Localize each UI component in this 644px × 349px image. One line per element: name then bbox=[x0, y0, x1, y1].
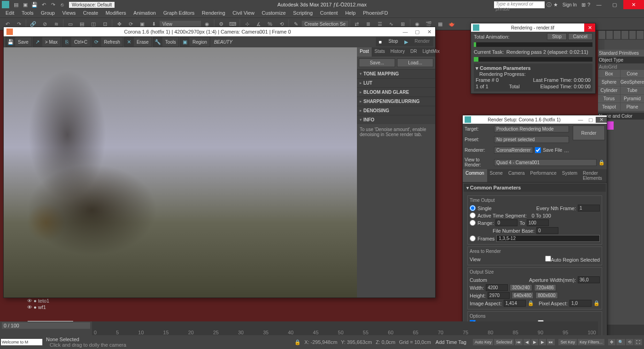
save-icon[interactable]: 💾 bbox=[6, 37, 15, 46]
tab-lightmix[interactable]: LightMix bbox=[420, 47, 442, 57]
playback-prev-icon[interactable]: ◀ bbox=[523, 339, 530, 345]
time-tag[interactable]: Add Time Tag bbox=[436, 339, 466, 345]
help-icon[interactable]: ? bbox=[587, 2, 590, 7]
frames-input[interactable] bbox=[496, 235, 600, 242]
tab-history[interactable]: History bbox=[388, 47, 408, 57]
prim-geosphere[interactable]: GeoSphere bbox=[621, 78, 644, 86]
tab-stats[interactable]: Stats bbox=[372, 47, 388, 57]
search-input[interactable]: Type a keyword or phrase bbox=[494, 1, 545, 8]
atr-dropdown[interactable]: View bbox=[470, 257, 502, 262]
tab-create[interactable] bbox=[598, 30, 606, 40]
menu-grapheditors[interactable]: Graph Editors bbox=[160, 9, 198, 17]
keyfilters-button[interactable]: Key Filters... bbox=[578, 339, 604, 345]
range-to[interactable]: 100 bbox=[527, 219, 549, 226]
renderer-dropdown[interactable]: CoronaRenderer bbox=[494, 147, 533, 154]
tab-performance[interactable]: Performance bbox=[528, 169, 559, 182]
star-icon[interactable]: ★ bbox=[553, 2, 558, 8]
menu-create[interactable]: Create bbox=[79, 9, 102, 17]
prim-teapot[interactable]: Teapot bbox=[598, 103, 620, 111]
refresh-button[interactable]: Refresh bbox=[101, 38, 123, 46]
ia-lock-icon[interactable]: 🔒 bbox=[528, 300, 534, 306]
savefile-checkbox[interactable] bbox=[535, 147, 541, 153]
radio-range[interactable] bbox=[470, 220, 476, 226]
stop-button[interactable]: Stop bbox=[385, 37, 402, 46]
coord-x[interactable]: X: -295,948cm bbox=[305, 339, 338, 345]
cp-header[interactable]: ▾ Common Parameters bbox=[476, 65, 591, 71]
tab-common[interactable]: Common bbox=[463, 169, 487, 182]
minimize-button[interactable]: — bbox=[592, 0, 606, 9]
subtab-sys[interactable] bbox=[638, 40, 644, 50]
playback-end-icon[interactable]: ⏭ bbox=[547, 339, 555, 345]
render-icon[interactable]: 🫖 bbox=[446, 18, 457, 29]
subtab-shapes[interactable] bbox=[604, 40, 611, 50]
vfb-minimize[interactable]: — bbox=[399, 29, 411, 34]
exchange-icon[interactable]: ⊞ bbox=[581, 2, 586, 8]
copy-icon[interactable]: ⎘ bbox=[62, 37, 71, 46]
render-frame-icon[interactable]: ▦ bbox=[435, 18, 446, 29]
tab-hierarchy[interactable] bbox=[613, 30, 621, 40]
preset-640[interactable]: 640x480 bbox=[512, 292, 534, 299]
stop-icon[interactable]: ■ bbox=[376, 37, 385, 46]
every-nth-spinner[interactable]: 1 bbox=[578, 205, 600, 212]
undo-icon[interactable]: ↶ bbox=[40, 1, 48, 8]
region-button[interactable]: Region bbox=[190, 38, 210, 46]
prim-plane[interactable]: Plane bbox=[621, 103, 644, 111]
menu-group[interactable]: Group bbox=[37, 9, 59, 17]
tab-motion[interactable] bbox=[621, 30, 629, 40]
close-button[interactable]: ✕ bbox=[596, 117, 607, 123]
ars-checkbox[interactable] bbox=[545, 256, 551, 262]
menu-help[interactable]: Help bbox=[341, 9, 359, 17]
lock-icon[interactable]: 🔒 bbox=[598, 160, 605, 166]
tomax-button[interactable]: > Max bbox=[42, 38, 61, 46]
new-icon[interactable]: ▤ bbox=[12, 1, 20, 8]
menu-civilview[interactable]: Civil View bbox=[229, 9, 258, 17]
menu-animation[interactable]: Animation bbox=[130, 9, 160, 17]
maxscript-listener[interactable]: Welcome to M bbox=[1, 339, 42, 345]
pa-lock-icon[interactable]: 🔒 bbox=[593, 300, 600, 306]
nav-max-icon[interactable]: ⛶ bbox=[634, 339, 642, 345]
prim-tube[interactable]: Tube bbox=[621, 86, 644, 94]
playback-play-icon[interactable]: ▶ bbox=[531, 339, 538, 345]
scene-item[interactable]: 👁 ● teto1 bbox=[25, 298, 71, 304]
target-dropdown[interactable]: Production Rendering Mode bbox=[494, 126, 569, 132]
tab-utilities[interactable] bbox=[636, 30, 644, 40]
ia-spinner[interactable]: 1,414 bbox=[504, 300, 526, 307]
subtab-cam[interactable] bbox=[618, 40, 624, 50]
section-denoising[interactable]: DENOISING bbox=[357, 106, 435, 115]
radio-frames[interactable] bbox=[470, 235, 476, 241]
erase-icon[interactable]: ✕ bbox=[125, 37, 134, 46]
close-button[interactable]: ✕ bbox=[623, 0, 644, 9]
section-sharpen[interactable]: SHARPENING/BLURRING bbox=[357, 97, 435, 106]
nav-pan-icon[interactable]: ✥ bbox=[608, 339, 615, 345]
height-spinner[interactable]: 2970 bbox=[488, 292, 510, 299]
tomax-icon[interactable]: ↗ bbox=[33, 37, 42, 46]
vfb-maximize[interactable]: ▢ bbox=[411, 29, 423, 35]
close-button[interactable]: ✕ bbox=[584, 23, 595, 32]
preset-320[interactable]: 320x240 bbox=[510, 284, 532, 291]
section-info[interactable]: INFO bbox=[357, 115, 435, 124]
infocenter-icon[interactable]: ⓘ bbox=[546, 1, 552, 8]
subtab-space[interactable] bbox=[631, 40, 637, 50]
prim-box[interactable]: Box bbox=[598, 70, 620, 78]
tab-dr[interactable]: DR bbox=[408, 47, 420, 57]
minimize-button[interactable]: — bbox=[575, 117, 586, 122]
vtr-dropdown[interactable]: Quad 4 - Camera001 bbox=[494, 159, 597, 166]
range-from[interactable]: 0 bbox=[495, 219, 518, 226]
region-icon[interactable]: ▣ bbox=[180, 37, 190, 46]
savefile-browse[interactable]: … bbox=[564, 148, 569, 153]
keymode-dropdown[interactable]: Selected bbox=[494, 339, 514, 345]
tools-button[interactable]: Tools bbox=[162, 38, 178, 46]
menu-tools[interactable]: Tools bbox=[18, 9, 37, 17]
prim-cone[interactable]: Cone bbox=[621, 70, 644, 78]
setkey-button[interactable]: Set Key bbox=[558, 339, 577, 345]
render-image[interactable] bbox=[4, 47, 357, 298]
width-spinner[interactable]: 4200 bbox=[486, 284, 508, 291]
playback-next-icon[interactable]: ▶ bbox=[539, 339, 546, 345]
coord-z[interactable]: Z: 0,0cm bbox=[376, 339, 396, 345]
prim-sphere[interactable]: Sphere bbox=[598, 78, 620, 86]
menu-views[interactable]: Views bbox=[58, 9, 79, 17]
cancel-button[interactable]: Cancel bbox=[568, 33, 592, 40]
refresh-icon[interactable]: ⟳ bbox=[92, 37, 101, 46]
fnb-spinner[interactable]: 0 bbox=[536, 227, 558, 234]
size-preset-dropdown[interactable]: Custom bbox=[470, 277, 502, 283]
